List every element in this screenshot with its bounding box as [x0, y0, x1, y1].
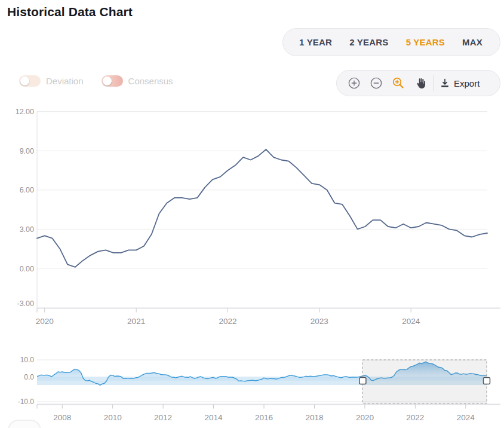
pan-hand-icon: [414, 77, 426, 90]
svg-text:2023: 2023: [311, 317, 328, 326]
svg-text:10.0: 10.0: [20, 356, 35, 364]
main-x-axis: 20202021202220232024: [36, 308, 420, 326]
svg-text:2014: 2014: [205, 413, 223, 422]
deviation-switch-icon[interactable]: [19, 75, 41, 87]
svg-text:0.0: 0.0: [24, 373, 34, 381]
consensus-toggle-label: Consensus: [128, 76, 173, 86]
deviation-toggle-label: Deviation: [46, 76, 84, 86]
zoom-in-button[interactable]: [343, 73, 365, 93]
consensus-switch-icon[interactable]: [102, 75, 123, 87]
range-button-1year[interactable]: 1 YEAR: [298, 35, 333, 50]
historical-data-chart-page: Historical Data Chart 1 YEAR 2 YEARS 5 Y…: [0, 0, 504, 428]
deviation-toggle[interactable]: Deviation: [19, 75, 84, 87]
range-selector: 1 YEAR 2 YEARS 5 YEARS MAX: [282, 28, 500, 56]
svg-text:3.00: 3.00: [20, 225, 34, 234]
export-button-label: Export: [454, 78, 480, 88]
range-button-5years[interactable]: 5 YEARS: [405, 35, 446, 50]
svg-text:2024: 2024: [402, 317, 420, 326]
zoom-in-circle-icon: [348, 77, 361, 90]
consensus-toggle[interactable]: Consensus: [102, 75, 173, 87]
main-chart[interactable]: 12.009.006.003.000.00-3.0020202021202220…: [0, 105, 504, 334]
selection-zoom-button[interactable]: [387, 73, 409, 93]
nav-x-axis: 200820102012201420162018202020222024: [37, 405, 475, 423]
zoom-out-button[interactable]: [365, 73, 387, 93]
svg-text:2020: 2020: [36, 317, 54, 326]
svg-text:2021: 2021: [127, 317, 145, 326]
svg-text:2016: 2016: [255, 413, 273, 422]
pan-button[interactable]: [409, 73, 431, 93]
svg-text:12.00: 12.00: [16, 108, 34, 116]
toolbar-divider: [434, 75, 434, 91]
svg-text:-3.00: -3.00: [17, 299, 35, 308]
brush-handle-left[interactable]: [359, 378, 366, 384]
svg-text:2008: 2008: [53, 413, 71, 422]
selection-zoom-icon: [392, 77, 405, 90]
svg-text:-10.0: -10.0: [18, 398, 35, 406]
svg-text:2012: 2012: [154, 413, 172, 422]
range-button-2years[interactable]: 2 YEARS: [348, 35, 389, 50]
svg-text:2020: 2020: [356, 413, 374, 422]
svg-text:2022: 2022: [219, 317, 236, 326]
chart-toolbar: Export: [336, 70, 500, 96]
svg-text:2010: 2010: [104, 413, 122, 422]
toggle-knob: [103, 77, 112, 85]
toggle-knob: [20, 77, 29, 85]
brush-handle-right[interactable]: [484, 378, 490, 384]
range-button-max[interactable]: MAX: [461, 35, 484, 50]
export-button[interactable]: Export: [439, 78, 481, 88]
svg-text:2024: 2024: [457, 413, 475, 422]
main-y-axis: 12.009.006.003.000.00-3.00: [16, 108, 487, 308]
zoom-out-circle-icon: [370, 77, 383, 90]
page-title: Historical Data Chart: [7, 5, 133, 19]
svg-text:9.00: 9.00: [20, 147, 34, 155]
svg-text:2022: 2022: [406, 413, 424, 422]
svg-text:0.00: 0.00: [20, 265, 34, 273]
navigator-chart[interactable]: 10.00.0-10.02008201020122014201620182020…: [0, 351, 504, 428]
floating-bubble-partial[interactable]: [8, 420, 41, 428]
svg-text:6.00: 6.00: [20, 186, 34, 194]
main-series-line: [37, 149, 487, 267]
series-toggles: Deviation Consensus: [19, 75, 173, 87]
download-icon: [440, 78, 450, 88]
brush-selection[interactable]: [362, 360, 487, 403]
svg-text:2018: 2018: [305, 413, 323, 422]
